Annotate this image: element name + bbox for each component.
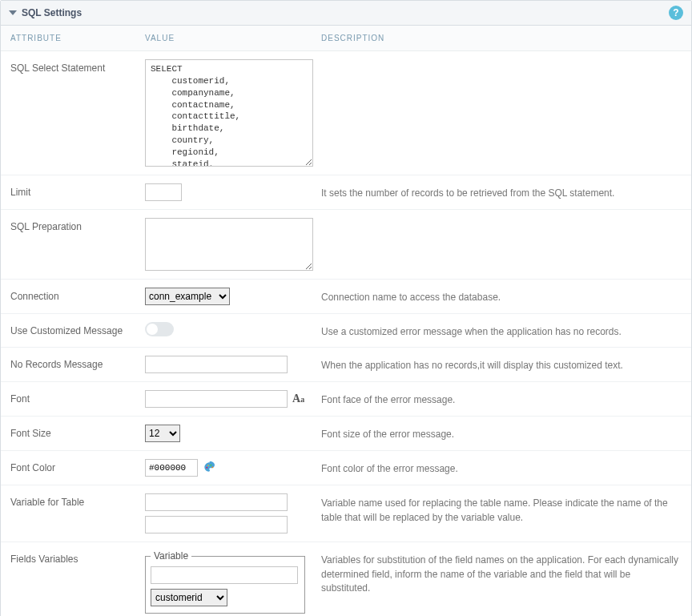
help-icon[interactable]: ? xyxy=(669,6,683,20)
label-font-size: Font Size xyxy=(10,425,145,439)
desc-no-records: When the application has no records,it w… xyxy=(321,356,682,372)
use-custom-msg-toggle[interactable] xyxy=(145,322,174,336)
row-font: Font Aa Font face of the error message. xyxy=(1,382,691,417)
header-value: VALUE xyxy=(145,34,321,42)
header-description: DESCRIPTION xyxy=(321,34,682,42)
desc-font: Font face of the error message. xyxy=(321,390,682,407)
label-fields-vars: Fields Variables xyxy=(10,550,145,565)
header-attribute: ATTRIBUTE xyxy=(10,34,145,42)
color-picker-icon[interactable] xyxy=(203,461,217,474)
sql-settings-panel: SQL Settings ? ATTRIBUTE VALUE DESCRIPTI… xyxy=(0,0,692,616)
panel-header: SQL Settings ? xyxy=(1,1,691,26)
row-sql-select: SQL Select Statement SELECT customerid, … xyxy=(1,51,691,175)
label-var-table: Variable for Table xyxy=(10,493,145,508)
row-connection: Connection conn_example Connection name … xyxy=(1,280,691,314)
font-size-select[interactable]: 12 xyxy=(145,425,180,442)
desc-connection: Connection name to access the database. xyxy=(321,288,682,304)
desc-sql-prep xyxy=(321,218,682,221)
row-fields-vars: Fields Variables Variable customerid Var… xyxy=(1,542,691,616)
sql-select-textarea[interactable]: SELECT customerid, companyname, contactn… xyxy=(145,59,313,167)
row-sql-prep: SQL Preparation xyxy=(1,210,691,280)
sql-prep-textarea[interactable] xyxy=(145,218,313,271)
desc-use-custom-msg: Use a customized error message when the … xyxy=(321,322,682,339)
label-connection: Connection xyxy=(10,288,145,302)
svg-point-1 xyxy=(207,465,209,467)
column-headers: ATTRIBUTE VALUE DESCRIPTION xyxy=(1,26,691,51)
connection-select[interactable]: conn_example xyxy=(145,288,230,305)
label-use-custom-msg: Use Customized Message xyxy=(10,322,145,336)
label-sql-prep: SQL Preparation xyxy=(10,218,145,232)
label-no-records: No Records Message xyxy=(10,356,145,370)
variable-field-select[interactable]: customerid xyxy=(151,589,227,606)
desc-font-color: Font color of the error message. xyxy=(321,459,682,476)
desc-sql-select xyxy=(321,59,682,62)
limit-input[interactable] xyxy=(145,183,182,201)
svg-point-2 xyxy=(210,465,211,466)
row-limit: Limit It sets the number of records to b… xyxy=(1,175,691,210)
no-records-input[interactable] xyxy=(145,356,288,373)
variable-name-input[interactable] xyxy=(151,566,298,584)
label-limit: Limit xyxy=(10,183,145,198)
row-font-size: Font Size 12 Font size of the error mess… xyxy=(1,417,691,451)
desc-var-table: Variable name used for replacing the tab… xyxy=(321,493,682,525)
collapse-toggle-icon[interactable] xyxy=(9,10,17,15)
panel-title: SQL Settings xyxy=(22,7,82,18)
desc-font-size: Font size of the error message. xyxy=(321,425,682,441)
font-picker-icon[interactable]: Aa xyxy=(292,393,304,405)
label-font-color: Font Color xyxy=(10,459,145,473)
variable-legend: Variable xyxy=(151,550,191,562)
row-var-table: Variable for Table Variable name used fo… xyxy=(1,485,691,542)
var-table-input-2[interactable] xyxy=(145,516,288,533)
label-font: Font xyxy=(10,390,145,405)
var-table-input-1[interactable] xyxy=(145,493,288,511)
label-sql-select: SQL Select Statement xyxy=(10,59,145,74)
row-use-custom-msg: Use Customized Message Use a customized … xyxy=(1,314,691,348)
svg-point-0 xyxy=(206,467,207,469)
font-color-input[interactable] xyxy=(145,459,198,477)
font-input[interactable] xyxy=(145,390,288,408)
desc-fields-vars: Variables for substitution of the field … xyxy=(321,550,682,595)
desc-limit: It sets the number of records to be retr… xyxy=(321,183,682,200)
row-font-color: Font Color Font color of the error messa… xyxy=(1,451,691,485)
svg-point-3 xyxy=(211,467,213,469)
variable-fieldset: Variable customerid xyxy=(145,550,305,614)
row-no-records: No Records Message When the application … xyxy=(1,348,691,382)
